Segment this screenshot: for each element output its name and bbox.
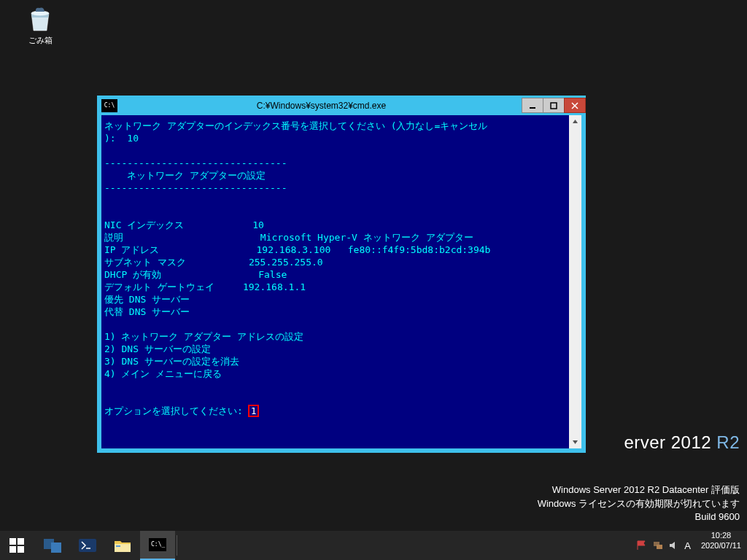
volume-icon[interactable] xyxy=(668,540,680,551)
window-title: C:¥Windows¥system32¥cmd.exe xyxy=(120,101,522,111)
svg-rect-8 xyxy=(51,542,61,553)
minimize-button[interactable] xyxy=(522,98,543,113)
scroll-up-button[interactable] xyxy=(569,115,581,128)
taskbar-clock[interactable]: 10:28 2020/07/11 xyxy=(695,531,747,560)
cmd-icon: C:\ xyxy=(101,99,117,112)
svg-rect-10 xyxy=(115,544,131,552)
taskbar: C:\_ A 10:28 2020/07/11 xyxy=(0,531,747,560)
system-tray: A xyxy=(632,531,695,560)
ime-indicator[interactable]: A xyxy=(684,540,691,551)
taskbar-explorer[interactable] xyxy=(105,531,140,560)
svg-rect-3 xyxy=(9,538,16,545)
trash-icon xyxy=(26,4,55,34)
terminal-output[interactable]: ネットワーク アダプターのインデックス番号を選択してください (入力なし=キャン… xyxy=(101,115,569,448)
svg-rect-11 xyxy=(116,545,120,547)
svg-rect-1 xyxy=(530,107,535,109)
watermark-line3: Build 9600 xyxy=(538,510,740,524)
svg-text:C:\_: C:\_ xyxy=(151,541,165,548)
clock-date: 2020/07/11 xyxy=(701,541,741,551)
close-button[interactable] xyxy=(564,98,586,113)
watermark-line2: Windows ライセンスの有効期限が切れています xyxy=(538,497,740,510)
titlebar[interactable]: C:\ C:¥Windows¥system32¥cmd.exe xyxy=(97,96,586,115)
cmd-window: C:\ C:¥Windows¥system32¥cmd.exe ネットワーク ア… xyxy=(97,96,586,453)
scroll-down-button[interactable] xyxy=(569,436,581,448)
clock-time: 10:28 xyxy=(701,531,741,541)
taskbar-server-manager[interactable] xyxy=(35,531,70,560)
svg-rect-5 xyxy=(9,546,16,553)
scroll-track[interactable] xyxy=(569,128,581,436)
watermark-line1: Windows Server 2012 R2 Datacenter 評価版 xyxy=(538,483,740,497)
svg-rect-4 xyxy=(18,538,24,545)
scrollbar[interactable] xyxy=(569,115,581,448)
taskbar-powershell[interactable] xyxy=(70,531,105,560)
maximize-button[interactable] xyxy=(543,98,565,113)
svg-rect-15 xyxy=(657,545,662,549)
flag-icon[interactable] xyxy=(636,540,648,551)
svg-rect-9 xyxy=(79,539,96,552)
svg-rect-6 xyxy=(18,546,24,553)
taskbar-cmd[interactable]: C:\_ xyxy=(140,531,175,560)
taskbar-separator xyxy=(177,535,177,556)
recycle-bin-label: ごみ箱 xyxy=(28,36,53,44)
network-tray-icon[interactable] xyxy=(652,540,664,551)
svg-rect-2 xyxy=(551,103,557,109)
recycle-bin-icon[interactable]: ごみ箱 xyxy=(18,4,62,46)
start-button[interactable] xyxy=(0,531,35,560)
highlighted-input: 1 xyxy=(249,405,259,416)
